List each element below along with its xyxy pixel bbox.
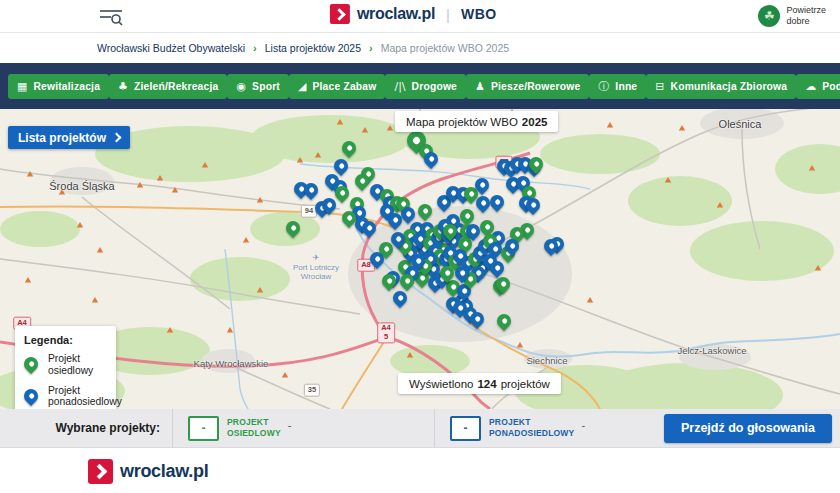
map-legend: Legenda: Projekt osiedlowyProjekt ponado… xyxy=(15,326,116,409)
wroclaw-logo-icon xyxy=(330,4,350,24)
ball-icon: ◉ xyxy=(236,80,246,93)
chevron-right-icon xyxy=(112,133,122,143)
filter-button-rewitalizacja[interactable]: ▦Rewitalizacja xyxy=(8,74,109,99)
filter-button-drogowe[interactable]: /|\Drogowe xyxy=(385,74,466,99)
counter-value-osiedlowy: - xyxy=(188,416,219,441)
yard-icon: ☁ xyxy=(805,80,816,93)
counter-value-ponadosiedlowy: - xyxy=(450,416,481,441)
filter-button-sport[interactable]: ◉Sport xyxy=(227,74,289,99)
section-label: WBO xyxy=(461,6,497,22)
projects-count-badge: Wyświetlono124projektów xyxy=(398,373,561,394)
filter-button-piesze-rowerowe[interactable]: ♟Piesze/Rowerowe xyxy=(466,74,589,99)
filter-label: Drogowe xyxy=(412,81,457,92)
breadcrumb-separator-icon: › xyxy=(369,42,373,54)
legend-item-ponadosiedlowy: Projekt ponadosiedlowy xyxy=(24,385,107,409)
filter-button-place-zabaw[interactable]: ◢Place Zabaw xyxy=(289,74,385,99)
filter-label: Place Zabaw xyxy=(312,81,376,92)
site-header: wroclaw.pl | WBO ☘ Powietrze dobre xyxy=(0,0,840,33)
menu-search-icon[interactable] xyxy=(98,7,124,27)
slide-icon: ◢ xyxy=(298,80,306,93)
breadcrumb-separator-icon: › xyxy=(253,42,257,54)
selected-projects-label: Wybrane projekty: xyxy=(0,421,172,435)
filter-label: Podwórka xyxy=(822,81,840,92)
legend-item-label: Projekt ponadosiedlowy xyxy=(48,385,122,409)
tree-icon: ♣ xyxy=(118,80,128,93)
filter-button-komunikacja-zbiorowa[interactable]: ⊟Komunikacja Zbiorowa xyxy=(646,74,796,99)
filter-button-zieleń-rekreacja[interactable]: ♣Zieleń/Rekreacja xyxy=(109,74,227,99)
legend-item-osiedlowy: Projekt osiedlowy xyxy=(24,353,107,377)
wbo-map-page: wroclaw.pl | WBO ☘ Powietrze dobre Wrocł… xyxy=(0,0,840,493)
footer-logo-text: wroclaw.pl xyxy=(120,461,208,482)
go-to-voting-button[interactable]: Przejdź do głosowania xyxy=(664,414,832,443)
filter-label: Zieleń/Rekreacja xyxy=(134,81,218,92)
counter-ponadosiedlowy: -PROJEKT PONADOSIEDLOWY- xyxy=(435,416,585,441)
projects-map[interactable]: Środa ŚląskaOleśnicaKąty WrocławskieSiec… xyxy=(0,109,840,409)
leaf-icon: ☘ xyxy=(758,5,780,27)
filter-bar: ▦Rewitalizacja♣Zieleń/Rekreacja◉Sport◢Pl… xyxy=(0,63,840,109)
map-title-badge: Mapa projektów WBO2025 xyxy=(395,111,558,132)
filter-label: Komunikacja Zbiorowa xyxy=(671,81,788,92)
lista-projektow-button[interactable]: Lista projektów xyxy=(8,126,130,149)
header-logo[interactable]: wroclaw.pl | WBO xyxy=(330,4,497,24)
header-divider: | xyxy=(446,6,450,23)
legend-item-label: Projekt osiedlowy xyxy=(48,353,93,377)
selection-bar: Wybrane projekty: -PROJEKT OSIEDLOWY--PR… xyxy=(0,409,840,447)
counter-label: PROJEKT PONADOSIEDLOWY xyxy=(489,417,574,438)
counter-suffix: - xyxy=(288,419,292,431)
pedestrian-icon: ♟ xyxy=(475,80,485,93)
filter-label: Sport xyxy=(252,81,280,92)
counter-suffix: - xyxy=(581,419,585,431)
logo-text: wroclaw.pl xyxy=(357,5,435,23)
legend-title: Legenda: xyxy=(24,334,107,346)
road-icon: /|\ xyxy=(394,80,405,93)
road-ref-badge: 35 xyxy=(304,384,320,397)
breadcrumb-item[interactable]: Lista projektów 2025 xyxy=(265,42,361,54)
counter-label: PROJEKT OSIEDLOWY xyxy=(227,417,281,438)
filter-button-podwórka[interactable]: ☁Podwórka xyxy=(796,74,840,99)
legend-pin-icon xyxy=(21,386,41,406)
filter-button-inne[interactable]: ⓘInne xyxy=(589,74,646,99)
wroclaw-logo-icon[interactable] xyxy=(88,459,113,484)
filter-label: Inne xyxy=(615,81,637,92)
road-ref-badge: A4 5 xyxy=(377,322,395,343)
filter-label: Rewitalizacja xyxy=(33,81,100,92)
air-quality-widget[interactable]: ☘ Powietrze dobre xyxy=(758,5,826,27)
counter-osiedlowy: -PROJEKT OSIEDLOWY- xyxy=(173,416,434,441)
breadcrumb-item: Mapa projektów WBO 2025 xyxy=(381,42,509,54)
info-icon: ⓘ xyxy=(598,79,609,94)
air-quality-text: Powietrze dobre xyxy=(786,5,826,27)
building-icon: ▦ xyxy=(17,80,27,93)
legend-pin-icon xyxy=(21,354,41,374)
bus-icon: ⊟ xyxy=(655,80,664,93)
breadcrumb: Wrocławski Budżet Obywatelski›Lista proj… xyxy=(0,33,840,63)
filter-label: Piesze/Rowerowe xyxy=(491,81,580,92)
site-footer: wroclaw.pl xyxy=(0,447,840,493)
breadcrumb-item[interactable]: Wrocławski Budżet Obywatelski xyxy=(97,42,245,54)
